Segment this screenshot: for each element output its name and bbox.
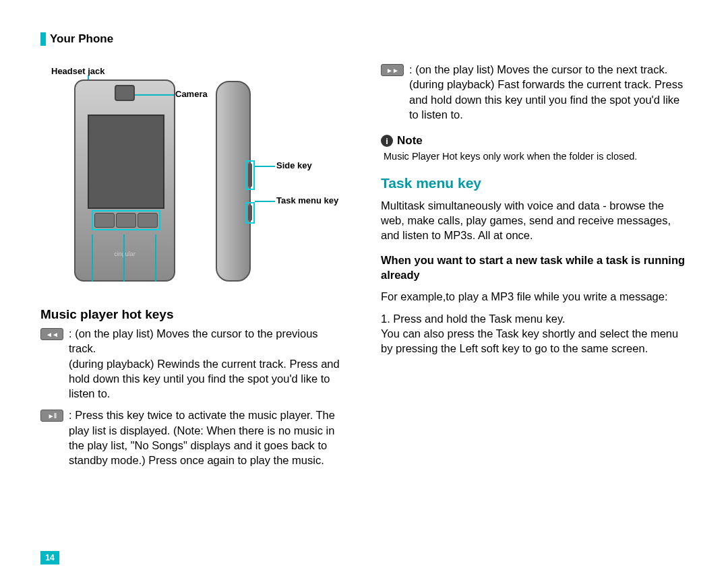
hotkeys-highlight-box xyxy=(92,210,160,230)
forward-key-text: : (on the play list) Moves the cursor to… xyxy=(409,62,688,122)
leader-line xyxy=(255,166,275,167)
task-menu-key-heading: Task menu key xyxy=(381,175,688,191)
leader-line xyxy=(92,234,93,282)
page-number: 14 xyxy=(40,551,59,564)
task-example-paragraph: For example,to play a MP3 file while you… xyxy=(381,289,688,304)
task-scenario-heading: When you want to start a new task while … xyxy=(381,253,688,283)
phone-diagram: Headset jack cingular Camera Side key xyxy=(40,66,347,302)
note-row: i Note xyxy=(381,134,688,148)
task-key-highlight xyxy=(245,202,255,224)
rewind-key-text: : (on the play list) Moves the cursor to… xyxy=(69,326,347,401)
label-camera: Camera xyxy=(175,89,208,99)
rewind-key-description: ◄◄ : (on the play list) Moves the cursor… xyxy=(40,326,347,401)
left-column: Headset jack cingular Camera Side key xyxy=(40,59,347,467)
leader-line xyxy=(123,234,125,282)
note-text: Music Player Hot keys only work when the… xyxy=(384,150,688,163)
forward-key-icon: ►► xyxy=(381,64,404,76)
phone-screen xyxy=(88,115,164,209)
rewind-key-icon: ◄◄ xyxy=(40,328,63,340)
phone-side-illustration xyxy=(216,81,251,282)
music-hotkeys-heading: Music player hot keys xyxy=(40,307,347,322)
play-pause-key-icon: ►II xyxy=(40,410,63,422)
section-header: Your Phone xyxy=(40,32,688,46)
note-icon: i xyxy=(381,135,393,147)
label-task-menu-key: Task menu key xyxy=(276,195,338,205)
phone-front-illustration: cingular xyxy=(74,79,175,282)
side-key-highlight xyxy=(245,160,255,190)
header-title: Your Phone xyxy=(50,32,113,46)
leader-line xyxy=(135,94,174,96)
leader-line xyxy=(255,201,275,202)
play-key-description: ►II : Press this key twice to activate t… xyxy=(40,408,347,467)
header-accent-bar xyxy=(40,32,46,46)
task-step-1: 1. Press and hold the Task menu key. You… xyxy=(381,311,688,356)
forward-key-description: ►► : (on the play list) Moves the cursor… xyxy=(381,62,688,122)
right-column: ►► : (on the play list) Moves the cursor… xyxy=(381,59,688,467)
play-key-text: : Press this key twice to activate the m… xyxy=(69,408,347,467)
leader-line xyxy=(155,234,156,282)
task-intro-paragraph: Multitask simultaneously with voice and … xyxy=(381,198,688,243)
label-headset-jack: Headset jack xyxy=(51,66,105,76)
label-side-key: Side key xyxy=(276,160,312,170)
note-label: Note xyxy=(397,134,423,148)
phone-brand: cingular xyxy=(114,251,135,257)
